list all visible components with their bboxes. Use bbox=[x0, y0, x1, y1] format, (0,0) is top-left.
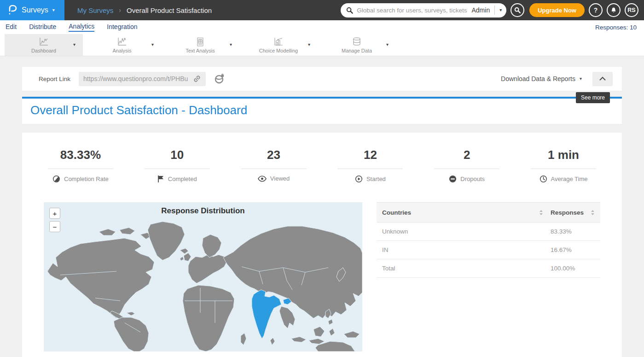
countries-table: Countries Responses Unknown 83.33% bbox=[377, 202, 600, 351]
divider bbox=[494, 6, 495, 15]
country-responses: 16.67% bbox=[551, 246, 572, 253]
country-responses: 100.00% bbox=[551, 265, 575, 272]
analytics-toolbar: Dashboard ▾ Analysis ▾ Text Analysis ▾ C… bbox=[0, 34, 644, 56]
tab-distribute[interactable]: Distribute bbox=[29, 23, 56, 31]
toolbar-manage-data[interactable]: Manage Data ▾ bbox=[318, 34, 396, 56]
choice-modelling-icon bbox=[273, 37, 284, 47]
database-icon bbox=[352, 37, 362, 47]
breadcrumb-separator-icon: › bbox=[119, 6, 121, 14]
breadcrumb: My Surveys › Overall Product Satisfactio… bbox=[77, 6, 212, 14]
chevron-down-icon[interactable]: ▾ bbox=[580, 76, 582, 81]
questionpro-logo bbox=[7, 4, 17, 16]
search-button[interactable] bbox=[511, 3, 524, 17]
sort-icon[interactable] bbox=[591, 210, 595, 216]
report-link-bar: Report Link Download Data & Reports ▾ Se… bbox=[22, 67, 622, 91]
chevron-up-icon bbox=[599, 76, 606, 81]
see-more-tooltip: See more bbox=[576, 92, 610, 103]
toolbar-analysis[interactable]: Analysis ▾ bbox=[83, 34, 161, 56]
breadcrumb-current: Overall Product Satisfaction bbox=[127, 6, 212, 14]
chevron-down-icon[interactable]: ▾ bbox=[230, 42, 232, 47]
product-switcher[interactable]: Surveys ▾ bbox=[0, 0, 64, 20]
search-scope-selector[interactable]: Admin bbox=[471, 6, 490, 14]
map-zoom-controls: + − bbox=[49, 208, 60, 232]
minus-icon bbox=[449, 175, 457, 183]
countries-table-header: Countries Responses bbox=[377, 202, 600, 222]
toolbar-text-analysis[interactable]: Text Analysis ▾ bbox=[161, 34, 239, 56]
chevron-down-icon[interactable]: ▾ bbox=[499, 8, 502, 12]
table-row: Unknown 83.33% bbox=[377, 222, 600, 241]
chevron-down-icon: ▾ bbox=[52, 8, 55, 12]
zoom-out-button[interactable]: − bbox=[49, 221, 60, 232]
tab-edit[interactable]: Edit bbox=[6, 23, 17, 31]
flag-icon bbox=[157, 175, 164, 183]
stat-completion-rate: 83.33% Completion Rate bbox=[32, 148, 129, 183]
chevron-down-icon[interactable]: ▾ bbox=[151, 42, 154, 47]
country-responses: 83.33% bbox=[551, 228, 572, 235]
topbar-actions: Admin ▾ Upgrade Now ? RS bbox=[341, 3, 644, 18]
report-privacy-globe-icon[interactable] bbox=[215, 74, 225, 84]
stat-started: 12 Started bbox=[322, 148, 418, 183]
product-label: Surveys bbox=[22, 6, 48, 14]
report-url-input[interactable] bbox=[83, 75, 193, 82]
country-name: Unknown bbox=[382, 228, 408, 235]
notifications-button[interactable] bbox=[607, 3, 621, 17]
world-map[interactable] bbox=[44, 202, 362, 351]
dashboard-card: 83.33% Completion Rate 10 Completed bbox=[22, 133, 622, 357]
title-card: Overall Product Satisfaction - Dashboard bbox=[22, 97, 622, 124]
breadcrumb-my-surveys[interactable]: My Surveys bbox=[77, 6, 113, 14]
chevron-down-icon[interactable]: ▾ bbox=[73, 42, 75, 47]
stats-row: 83.33% Completion Rate 10 Completed bbox=[22, 148, 622, 183]
search-input[interactable] bbox=[357, 7, 471, 14]
bell-icon bbox=[610, 7, 617, 14]
country-name: IN bbox=[382, 246, 389, 253]
search-icon bbox=[346, 7, 353, 14]
survey-nav: Edit Distribute Analytics Integration Re… bbox=[0, 20, 644, 34]
global-search[interactable]: Admin ▾ bbox=[341, 3, 506, 18]
response-distribution-map[interactable]: Response Distribution + − bbox=[44, 202, 362, 351]
tab-analytics[interactable]: Analytics bbox=[69, 23, 94, 32]
chevron-down-icon[interactable]: ▾ bbox=[308, 42, 310, 47]
text-analysis-icon bbox=[195, 37, 205, 47]
responses-header: Responses bbox=[551, 209, 584, 216]
sort-icon[interactable] bbox=[539, 210, 543, 216]
tab-integration[interactable]: Integration bbox=[107, 23, 137, 31]
topbar: Surveys ▾ My Surveys › Overall Product S… bbox=[0, 0, 644, 20]
avatar[interactable]: RS bbox=[625, 3, 638, 17]
responses-count: Responses: 10 bbox=[595, 24, 637, 31]
analysis-chart-icon bbox=[116, 37, 128, 47]
map-title: Response Distribution bbox=[44, 206, 362, 216]
link-icon[interactable] bbox=[193, 75, 201, 83]
question-mark-icon: ? bbox=[594, 6, 598, 14]
country-in[interactable] bbox=[252, 290, 281, 339]
toolbar-choice-modelling[interactable]: Choice Modelling ▾ bbox=[239, 34, 318, 56]
help-button[interactable]: ? bbox=[589, 3, 603, 17]
dashboard-chart-icon bbox=[38, 37, 49, 47]
clock-icon bbox=[540, 175, 547, 183]
download-data-reports-menu[interactable]: Download Data & Reports bbox=[501, 75, 575, 82]
chevron-down-icon[interactable]: ▾ bbox=[386, 42, 389, 47]
zoom-in-button[interactable]: + bbox=[49, 208, 60, 219]
collapse-panel-button[interactable] bbox=[592, 72, 613, 86]
countries-header: Countries bbox=[382, 209, 411, 216]
play-icon bbox=[355, 175, 363, 183]
table-row: IN 16.67% bbox=[377, 241, 600, 259]
report-link-field[interactable] bbox=[79, 72, 206, 86]
stat-completed: 10 Completed bbox=[129, 148, 226, 183]
report-link-label: Report Link bbox=[39, 76, 70, 82]
completion-rate-icon bbox=[52, 175, 60, 183]
toolbar-dashboard[interactable]: Dashboard ▾ bbox=[5, 34, 83, 56]
stat-viewed: 23 Viewed bbox=[226, 148, 322, 183]
page-title: Overall Product Satisfaction - Dashboard bbox=[30, 103, 622, 117]
upgrade-now-button[interactable]: Upgrade Now bbox=[529, 3, 585, 17]
eye-icon bbox=[258, 176, 267, 182]
stat-dropouts: 2 Dropouts bbox=[418, 148, 515, 183]
stat-average-time: 1 min Average Time bbox=[515, 148, 612, 183]
table-row: Total 100.00% bbox=[377, 259, 600, 278]
country-name: Total bbox=[382, 265, 395, 272]
